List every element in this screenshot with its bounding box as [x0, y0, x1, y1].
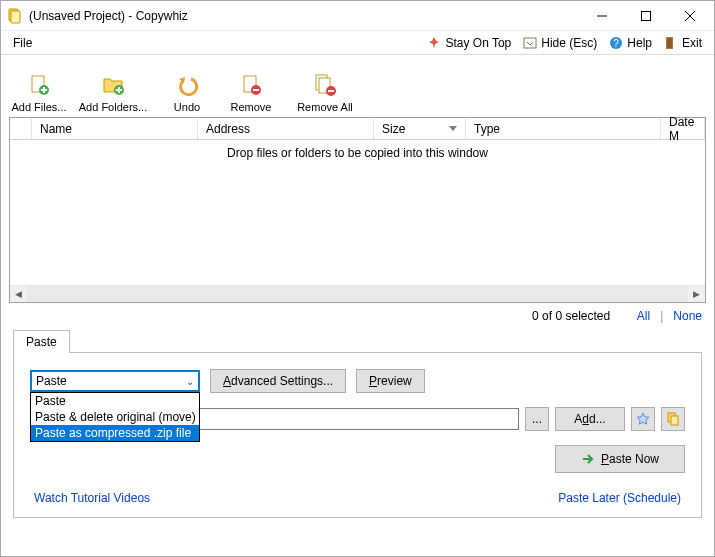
close-button[interactable]	[668, 2, 712, 30]
browse-button[interactable]: ...	[525, 407, 549, 431]
paste-tabs: Paste Paste ⌄ Paste Paste & delete origi…	[1, 329, 714, 518]
remove-icon	[239, 73, 263, 97]
exit-button[interactable]: Exit	[658, 34, 708, 52]
star-icon	[636, 412, 650, 426]
drop-area[interactable]: Drop files or folders to be copied into …	[10, 140, 705, 285]
selection-status-row: 0 of 0 selected All | None	[1, 303, 714, 329]
file-list: Name Address Size Type Date M Drop files…	[9, 117, 706, 303]
favorite-button[interactable]	[631, 407, 655, 431]
window-title: (Unsaved Project) - Copywhiz	[29, 9, 580, 23]
column-size[interactable]: Size	[374, 118, 466, 139]
tutorial-link[interactable]: Watch Tutorial Videos	[34, 491, 150, 505]
paste-option-2[interactable]: Paste as compressed .zip file	[31, 425, 199, 441]
paste-mode-combo[interactable]: Paste ⌄	[30, 370, 200, 392]
paste-arrow-icon	[581, 452, 595, 466]
column-address[interactable]: Address	[198, 118, 374, 139]
svg-rect-6	[524, 38, 536, 48]
sort-descending-icon	[449, 126, 457, 131]
advanced-label: dvanced Settings...	[231, 374, 333, 388]
stay-on-top-label: Stay On Top	[445, 36, 511, 50]
exit-icon	[664, 36, 678, 50]
tab-paste[interactable]: Paste	[13, 330, 70, 353]
hide-label: Hide (Esc)	[541, 36, 597, 50]
hide-icon	[523, 36, 537, 50]
remove-all-icon	[313, 73, 337, 97]
add-files-icon	[27, 73, 51, 97]
copy-path-button[interactable]	[661, 407, 685, 431]
horizontal-scrollbar[interactable]: ◀ ▶	[10, 285, 705, 302]
remove-all-label: Remove All	[297, 101, 353, 113]
add-folders-icon	[101, 73, 125, 97]
advanced-settings-button[interactable]: Advanced Settings...	[210, 369, 346, 393]
column-size-label: Size	[382, 122, 405, 136]
selected-count: 0 of 0 selected	[532, 309, 610, 323]
paste-option-1[interactable]: Paste & delete original (move)	[31, 409, 199, 425]
exit-label: Exit	[682, 36, 702, 50]
scroll-right-icon[interactable]: ▶	[688, 286, 705, 302]
pin-icon	[427, 36, 441, 50]
column-date[interactable]: Date M	[661, 118, 705, 139]
remove-all-button[interactable]: Remove All	[285, 63, 365, 113]
maximize-button[interactable]	[624, 2, 668, 30]
undo-label: Undo	[174, 101, 200, 113]
svg-rect-10	[667, 38, 672, 48]
hide-button[interactable]: Hide (Esc)	[517, 34, 603, 52]
paste-mode-value: Paste	[36, 374, 67, 388]
toolbar: Add Files... Add Folders... Undo Remove …	[1, 55, 714, 117]
title-bar: (Unsaved Project) - Copywhiz	[1, 1, 714, 31]
paste-option-0[interactable]: Paste	[31, 393, 199, 409]
undo-icon	[175, 73, 199, 97]
svg-rect-3	[642, 11, 651, 20]
add-files-button[interactable]: Add Files...	[9, 63, 69, 113]
select-none-link[interactable]: None	[673, 309, 702, 323]
preview-label: review	[377, 374, 412, 388]
scroll-left-icon[interactable]: ◀	[10, 286, 27, 302]
copy-icon	[666, 412, 680, 426]
remove-button[interactable]: Remove	[221, 63, 281, 113]
paste-now-button[interactable]: Paste Now	[555, 445, 685, 473]
help-button[interactable]: ? Help	[603, 34, 658, 52]
svg-text:?: ?	[614, 38, 620, 49]
app-icon	[7, 8, 23, 24]
drop-hint-text: Drop files or folders to be copied into …	[227, 146, 488, 160]
schedule-link[interactable]: Paste Later (Schedule)	[558, 491, 681, 505]
stay-on-top-button[interactable]: Stay On Top	[421, 34, 517, 52]
paste-mode-dropdown: Paste Paste & delete original (move) Pas…	[30, 392, 200, 442]
file-menu[interactable]: File	[7, 34, 38, 52]
separator: |	[660, 309, 663, 323]
scroll-track[interactable]	[27, 286, 688, 302]
column-headers: Name Address Size Type Date M	[10, 118, 705, 140]
add-folders-button[interactable]: Add Folders...	[73, 63, 153, 113]
column-name[interactable]: Name	[32, 118, 198, 139]
help-label: Help	[627, 36, 652, 50]
preview-button[interactable]: Preview	[356, 369, 425, 393]
select-all-link[interactable]: All	[637, 309, 650, 323]
svg-rect-26	[671, 416, 678, 425]
menu-bar: File Stay On Top Hide (Esc) ? Help Exit	[1, 31, 714, 55]
column-type[interactable]: Type	[466, 118, 661, 139]
add-folders-label: Add Folders...	[79, 101, 147, 113]
add-files-label: Add Files...	[11, 101, 66, 113]
help-icon: ?	[609, 36, 623, 50]
chevron-down-icon: ⌄	[186, 376, 194, 387]
paste-panel: Paste ⌄ Paste Paste & delete original (m…	[13, 352, 702, 518]
remove-label: Remove	[231, 101, 272, 113]
paste-now-label: aste Now	[609, 452, 659, 466]
minimize-button[interactable]	[580, 2, 624, 30]
add-destination-button[interactable]: Add...	[555, 407, 625, 431]
undo-button[interactable]: Undo	[157, 63, 217, 113]
row-header-gutter	[10, 118, 32, 139]
svg-rect-1	[11, 11, 20, 23]
